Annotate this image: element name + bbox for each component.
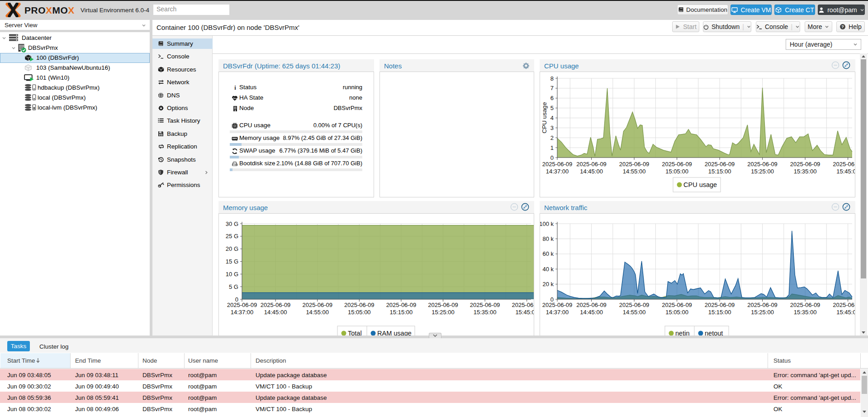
svg-text:2025-06-09: 2025-06-09: [833, 302, 855, 308]
svg-text:CPU usage: CPU usage: [541, 102, 548, 133]
svg-text:14:55:00: 14:55:00: [623, 309, 646, 316]
svg-text:5 G: 5 G: [229, 283, 238, 290]
svg-text:100 k: 100 k: [540, 220, 554, 227]
svg-text:5: 5: [550, 105, 554, 111]
svg-text:2025-06-09: 2025-06-09: [344, 302, 375, 308]
svg-text:2025-06-09: 2025-06-09: [302, 302, 332, 308]
svg-text:?: ?: [841, 24, 844, 29]
svg-text:10 G: 10 G: [226, 271, 238, 278]
svg-text:80 k: 80 k: [542, 235, 554, 242]
svg-text:14:45:00: 14:45:00: [264, 309, 287, 316]
svg-text:15:25:00: 15:25:00: [751, 168, 774, 175]
svg-text:14:55:00: 14:55:00: [623, 168, 646, 175]
svg-text:15:05:00: 15:05:00: [665, 309, 688, 316]
svg-text:2025-06-09: 2025-06-09: [261, 302, 291, 308]
svg-text:15:45:00: 15:45:00: [515, 309, 534, 316]
svg-text:0: 0: [550, 154, 554, 161]
svg-text:15:15:00: 15:15:00: [390, 309, 413, 316]
svg-text:3: 3: [550, 125, 554, 131]
svg-text:2025-06-09: 2025-06-09: [542, 161, 573, 168]
svg-text:2025-06-09: 2025-06-09: [747, 302, 778, 308]
svg-text:1: 1: [550, 144, 554, 151]
svg-text:15:35:00: 15:35:00: [794, 168, 817, 175]
svg-text:CPU usage: CPU usage: [683, 181, 717, 188]
svg-text:i: i: [234, 85, 236, 91]
svg-text:60 k: 60 k: [542, 250, 554, 257]
svg-text:15:15:00: 15:15:00: [708, 309, 731, 316]
svg-text:15:35:00: 15:35:00: [474, 309, 497, 316]
svg-text:15:05:00: 15:05:00: [665, 168, 688, 175]
svg-text:15:05:00: 15:05:00: [348, 309, 371, 316]
svg-text:15:15:00: 15:15:00: [708, 168, 731, 175]
svg-text:14:45:00: 14:45:00: [580, 309, 603, 316]
svg-text:14:55:00: 14:55:00: [306, 309, 329, 316]
svg-text:15 G: 15 G: [226, 258, 238, 265]
svg-text:2025-06-09: 2025-06-09: [542, 302, 573, 308]
svg-text:30 G: 30 G: [226, 220, 238, 227]
svg-text:2025-06-09: 2025-06-09: [705, 161, 735, 168]
svg-text:2025-06-09: 2025-06-09: [512, 302, 534, 308]
svg-text:2025-06-09: 2025-06-09: [833, 161, 855, 168]
svg-text:2: 2: [550, 134, 554, 141]
svg-text:2025-06-09: 2025-06-09: [790, 302, 821, 308]
svg-text:2025-06-09: 2025-06-09: [662, 302, 692, 308]
svg-text:14:45:00: 14:45:00: [580, 168, 603, 175]
svg-text:2025-06-09: 2025-06-09: [386, 302, 417, 308]
svg-text:2025-06-09: 2025-06-09: [705, 302, 735, 308]
svg-text:14:37:00: 14:37:00: [546, 168, 569, 175]
svg-text:2025-06-09: 2025-06-09: [619, 161, 650, 168]
svg-text:6: 6: [550, 95, 554, 101]
svg-text:2025-06-09: 2025-06-09: [576, 302, 607, 308]
svg-text:2025-06-09: 2025-06-09: [790, 161, 821, 168]
svg-text:4: 4: [550, 115, 554, 121]
svg-text:2025-06-09: 2025-06-09: [576, 161, 607, 168]
svg-text:14:37:00: 14:37:00: [546, 309, 569, 316]
svg-text:7: 7: [550, 85, 554, 91]
svg-text:40 k: 40 k: [542, 266, 554, 273]
svg-text:20 k: 20 k: [542, 281, 554, 288]
svg-text:15:35:00: 15:35:00: [794, 309, 817, 316]
svg-text:15:25:00: 15:25:00: [751, 309, 774, 316]
svg-text:15:45:00: 15:45:00: [836, 309, 855, 316]
svg-text:2025-06-09: 2025-06-09: [747, 161, 778, 168]
svg-text:2025-06-09: 2025-06-09: [428, 302, 458, 308]
svg-text:8: 8: [550, 75, 554, 82]
svg-text:2025-06-09: 2025-06-09: [662, 161, 692, 168]
svg-text:14:37:00: 14:37:00: [231, 309, 254, 316]
svg-text:15:45:00: 15:45:00: [836, 168, 855, 175]
svg-text:2025-06-09: 2025-06-09: [227, 302, 257, 308]
svg-text:2025-06-09: 2025-06-09: [470, 302, 500, 308]
svg-text:15:25:00: 15:25:00: [432, 309, 455, 316]
svg-text:20 G: 20 G: [226, 245, 238, 252]
svg-text:25 G: 25 G: [226, 233, 238, 240]
svg-text:2025-06-09: 2025-06-09: [619, 302, 650, 308]
